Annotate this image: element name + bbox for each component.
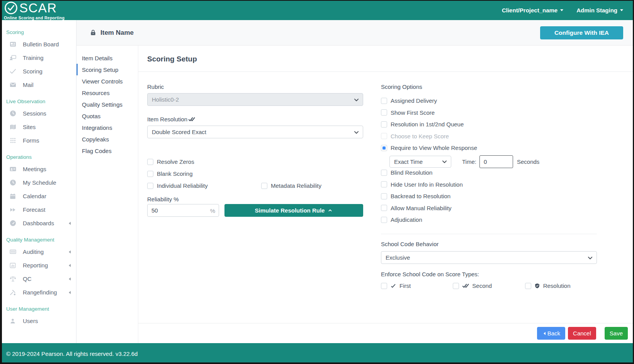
item-nav-item-details[interactable]: Item Details	[76, 52, 138, 64]
hide-user-info-row: Hide User Info in Resolution	[381, 181, 597, 188]
sidebar-item-forecast[interactable]: Forecast	[0, 203, 76, 216]
divider	[381, 234, 597, 234]
sidebar-item-meetings[interactable]: Meetings	[0, 162, 76, 176]
view-timing-row: Exact Time Time: Seconds	[389, 155, 597, 168]
sidebar-item-label: My Schedule	[23, 179, 56, 186]
sidebar-item-reporting[interactable]: Reporting	[0, 259, 76, 272]
checkbox-label: Assigned Delivery	[391, 97, 437, 104]
cancel-button[interactable]: Cancel	[568, 327, 596, 340]
second-score-checkbox[interactable]	[453, 283, 459, 289]
sidebar-item-bulletin-board[interactable]: Bulletin Board	[0, 37, 76, 51]
sidebar-item-rangefinding[interactable]: Rangefinding	[0, 286, 76, 299]
sidebar-section-user-management: User Management	[6, 306, 70, 312]
sidebar-item-training[interactable]: Training	[0, 51, 76, 65]
sidebar-item-sites[interactable]: Sites	[0, 120, 76, 134]
checkbox-label: Choose to Keep Score	[391, 133, 449, 139]
scoring-options-label: Scoring Options	[381, 83, 597, 90]
logo-text: SCAR	[19, 2, 57, 14]
sessions-clock-icon	[8, 110, 17, 117]
view-timing-mode-select[interactable]: Exact Time	[389, 156, 451, 168]
checkbox-label: Allow Manual Reliability	[391, 205, 452, 211]
item-nav-copyleaks[interactable]: Copyleaks	[76, 133, 138, 145]
sidebar-item-auditing[interactable]: Auditing	[0, 245, 76, 259]
sidebar-item-label: Rangefinding	[23, 289, 57, 296]
time-label: Time:	[462, 158, 476, 165]
sidebar-section-operations: Operations	[6, 154, 70, 160]
blind-resolution-row: Blind Resolution	[381, 169, 597, 176]
school-code-behavior-select[interactable]: Exclusive	[381, 251, 597, 264]
calendar-icon	[8, 193, 17, 200]
lock-icon	[90, 29, 97, 36]
blank-scoring-checkbox[interactable]	[147, 171, 153, 177]
score-type-second: Second	[453, 282, 525, 289]
sidebar-item-sessions[interactable]: Sessions	[0, 107, 76, 120]
checkbox-label: Resolution in 1st/2nd Queue	[391, 121, 464, 128]
sidebar-item-calendar[interactable]: Calendar	[0, 189, 76, 203]
checkbox-label: Hide User Info in Resolution	[391, 181, 463, 188]
sidebar-item-label: Dashboards	[23, 220, 54, 226]
item-nav-scoring-setup[interactable]: Scoring Setup	[76, 64, 138, 75]
item-nav-quality-settings[interactable]: Quality Settings	[76, 99, 138, 110]
configure-with-iea-button[interactable]: Configure With IEA	[540, 26, 623, 39]
item-nav-quotas[interactable]: Quotas	[76, 110, 138, 122]
backread-resolution-checkbox[interactable]	[381, 193, 387, 199]
allow-manual-reliability-checkbox[interactable]	[381, 205, 387, 211]
show-first-score-checkbox[interactable]	[381, 109, 387, 116]
item-nav-integrations[interactable]: Integrations	[76, 122, 138, 133]
simulate-resolution-rule-button[interactable]: Simulate Resolution Rule	[224, 204, 363, 217]
metadata-reliability-row: Metadata Reliability	[261, 182, 321, 189]
collapse-left-icon	[67, 291, 71, 294]
score-type-resolution: Resolution	[525, 282, 597, 289]
reliability-input[interactable]	[147, 204, 219, 217]
metadata-reliability-checkbox[interactable]	[261, 183, 267, 189]
item-resolution-label: Item Resolution	[147, 116, 363, 122]
item-nav-flag-codes[interactable]: Flag Codes	[76, 145, 138, 156]
resolve-zeros-row: Resolve Zeros	[147, 158, 363, 165]
assigned-delivery-checkbox[interactable]	[381, 98, 387, 104]
hide-user-info-checkbox[interactable]	[381, 181, 387, 187]
sidebar-item-dashboards[interactable]: Dashboards	[0, 216, 76, 230]
time-input[interactable]	[479, 155, 513, 168]
adjudication-row: Adjudication	[381, 216, 597, 223]
item-nav-resources[interactable]: Resources	[76, 87, 138, 99]
mail-icon	[8, 81, 17, 88]
sidebar-item-forms[interactable]: Forms	[0, 134, 76, 147]
collapse-left-icon	[67, 250, 71, 253]
adjudication-checkbox[interactable]	[381, 217, 387, 223]
back-button[interactable]: Back	[537, 327, 565, 340]
sidebar-item-label: Sessions	[23, 110, 46, 117]
scoring-setup-left-column: Rubric Holistic0-2 Item Resolution Doubl…	[147, 72, 363, 289]
individual-reliability-checkbox[interactable]	[147, 183, 153, 189]
resolve-zeros-checkbox[interactable]	[147, 159, 153, 165]
sidebar-item-users[interactable]: Users	[0, 314, 76, 328]
show-first-score-row: Show First Score	[381, 109, 597, 116]
chevron-down-icon	[441, 158, 448, 165]
sidebar-item-label: Users	[23, 318, 38, 324]
save-button[interactable]: Save	[605, 327, 628, 340]
sidebar-item-mail[interactable]: Mail	[0, 78, 76, 92]
sidebar-item-my-schedule[interactable]: My Schedule	[0, 176, 76, 189]
collapse-left-icon	[67, 222, 71, 225]
item-nav-viewer-controls[interactable]: Viewer Controls	[76, 75, 138, 87]
item-title-block: Item Name	[90, 29, 134, 37]
first-score-checkbox[interactable]	[381, 283, 387, 289]
scoring-options-column: Scoring Options Assigned Delivery Show F…	[381, 72, 597, 289]
sidebar-item-scoring[interactable]: Scoring	[0, 65, 76, 78]
arrow-left-icon	[542, 332, 546, 335]
forecast-icon	[8, 206, 17, 213]
chevron-down-icon	[353, 97, 360, 103]
item-resolution-select[interactable]: Double Scored Exact	[147, 126, 363, 138]
sidebar-item-label: Reporting	[23, 262, 48, 269]
client-project-menu[interactable]: Client/Project_name	[502, 7, 563, 14]
sidebar-item-qc[interactable]: QC	[0, 272, 76, 286]
require-view-whole-response-checkbox[interactable]	[381, 145, 387, 151]
rubric-select[interactable]: Holistic0-2	[147, 93, 363, 106]
resolution-score-checkbox[interactable]	[525, 283, 531, 289]
admin-user-menu[interactable]: Admin Staging	[576, 7, 623, 14]
admin-user-menu-label: Admin Staging	[576, 7, 617, 14]
resolution-queue-row: Resolution in 1st/2nd Queue	[381, 121, 597, 128]
blind-resolution-checkbox[interactable]	[381, 170, 387, 176]
rangefinding-tools-icon	[8, 289, 17, 296]
resolution-queue-checkbox[interactable]	[381, 121, 387, 128]
qc-scales-icon	[8, 275, 17, 282]
